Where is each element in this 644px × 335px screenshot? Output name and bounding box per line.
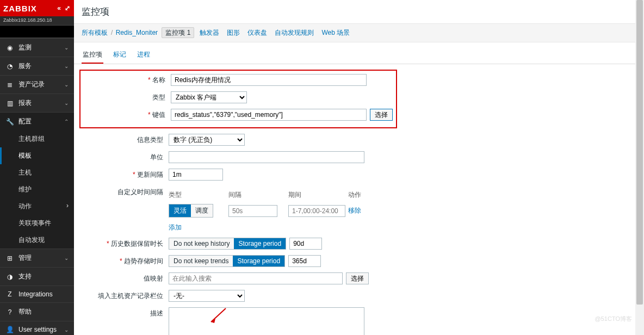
menu-support[interactable]: ◑支持 xyxy=(0,268,74,286)
menu-services[interactable]: ◔服务⌄ xyxy=(0,57,74,75)
trends-value-input[interactable] xyxy=(288,255,321,267)
interval-delay-input[interactable] xyxy=(228,205,277,217)
label-unit: 单位 xyxy=(82,151,169,162)
headset-icon: ◑ xyxy=(5,273,14,281)
tab-process[interactable]: 进程 xyxy=(136,46,151,64)
chevron-up-icon: ⌃ xyxy=(64,119,69,125)
menu-integrations[interactable]: ZIntegrations xyxy=(0,286,74,302)
interval-input[interactable] xyxy=(169,169,223,181)
sub-maintenance[interactable]: 维护 xyxy=(0,181,74,198)
bc-discovery[interactable]: 自动发现规则 xyxy=(275,29,314,36)
history-toggle[interactable]: Do not keep historyStorage period xyxy=(169,238,286,250)
interval-row: 灵活调度 移除 xyxy=(169,202,408,220)
interval-header: 类型间隔期间动作 xyxy=(169,188,408,202)
user-icon: 👤 xyxy=(5,326,14,333)
bc-dashboards[interactable]: 仪表盘 xyxy=(247,29,267,36)
label-custom-interval: 自定义时间间隔 xyxy=(82,186,169,197)
highlight-box: 名称 类型 Zabbix 客户端 键值 选择 xyxy=(79,70,397,128)
trends-toggle[interactable]: Do not keep trendsStorage period xyxy=(169,255,285,267)
chart-icon: ▥ xyxy=(5,100,14,107)
chevron-down-icon: ⌄ xyxy=(64,45,69,51)
history-value-input[interactable] xyxy=(289,238,322,250)
bc-triggers[interactable]: 触发器 xyxy=(200,29,219,36)
list-icon: ≣ xyxy=(5,81,14,89)
sub-discovery[interactable]: 自动发现 xyxy=(0,232,74,249)
wrench-icon: 🔧 xyxy=(5,118,14,126)
name-input[interactable] xyxy=(171,74,367,86)
server-address: Zabbix192.168.250.18 xyxy=(0,16,74,25)
interval-remove-link[interactable]: 移除 xyxy=(348,207,361,214)
logo-bar: ZABBIX « ⤢ xyxy=(0,0,74,16)
bc-template[interactable]: Redis_Moniter xyxy=(116,29,158,36)
inner-tabs: 监控项 标记 进程 xyxy=(74,46,635,64)
sidebar: ZABBIX « ⤢ Zabbix192.168.250.18 🔍 ◉监测⌄ ◔… xyxy=(0,0,74,335)
clock-icon: ◔ xyxy=(5,63,14,70)
sub-hosts[interactable]: 主机 xyxy=(0,164,74,181)
menu-help[interactable]: ?帮助 xyxy=(0,303,74,321)
bc-all-templates[interactable]: 所有模板 xyxy=(82,29,108,36)
interval-add-link[interactable]: 添加 xyxy=(169,224,182,231)
menu-admin[interactable]: ⊞管理⌄ xyxy=(0,249,74,267)
sub-actions[interactable]: 动作› xyxy=(0,198,74,215)
sub-hostgroups[interactable]: 主机群组 xyxy=(0,131,74,147)
sub-correlation[interactable]: 关联项事件 xyxy=(0,215,74,232)
menu-monitor[interactable]: ◉监测⌄ xyxy=(0,39,74,57)
help-icon: ? xyxy=(5,308,14,316)
z-icon: Z xyxy=(5,290,14,298)
tab-item[interactable]: 监控项 xyxy=(82,46,103,64)
main-content: 监控项 所有模板/ Redis_Moniter 监控项 1 触发器 图形 仪表盘… xyxy=(74,0,635,335)
breadcrumb: 所有模板/ Redis_Moniter 监控项 1 触发器 图形 仪表盘 自动发… xyxy=(74,24,635,42)
unit-input[interactable] xyxy=(169,151,364,163)
bc-graphs[interactable]: 图形 xyxy=(227,29,240,36)
logo-text: ZABBIX xyxy=(3,4,37,13)
main-menu: ◉监测⌄ ◔服务⌄ ≣资产记录⌄ ▥报表⌄ 🔧配置⌃ 主机群组 模板 主机 维护… xyxy=(0,38,74,335)
search-input[interactable] xyxy=(3,28,78,35)
collapse-icon[interactable]: « xyxy=(57,4,61,12)
watermark: @51CTO博客 xyxy=(595,315,632,323)
eye-icon: ◉ xyxy=(5,44,14,52)
label-description: 描述 xyxy=(82,307,169,318)
info-select[interactable]: 数字 (无正负) xyxy=(169,134,245,146)
description-textarea[interactable] xyxy=(169,307,364,335)
bc-web[interactable]: Web 场景 xyxy=(322,29,350,36)
fullscreen-icon[interactable]: ⤢ xyxy=(65,4,71,12)
menu-user[interactable]: 👤User settings⌄ xyxy=(0,321,74,335)
search-box[interactable]: 🔍 xyxy=(0,25,74,38)
label-history: 历史数据保留时长 xyxy=(82,238,169,249)
page-title: 监控项 xyxy=(74,0,635,24)
label-key: 键值 xyxy=(84,109,171,120)
bc-current: 监控项 1 xyxy=(162,27,194,38)
key-select-button[interactable]: 选择 xyxy=(370,109,393,121)
scrollbar[interactable] xyxy=(635,0,644,335)
valuemap-select-button[interactable]: 选择 xyxy=(346,272,369,284)
scrollthumb[interactable] xyxy=(636,0,643,305)
inventory-select[interactable]: -无- xyxy=(169,290,245,302)
tab-tags[interactable]: 标记 xyxy=(112,46,127,64)
type-select[interactable]: Zabbix 客户端 xyxy=(171,91,247,103)
valuemap-input[interactable] xyxy=(169,272,343,284)
menu-reports[interactable]: ▥报表⌄ xyxy=(0,94,74,112)
menu-inventory[interactable]: ≣资产记录⌄ xyxy=(0,76,74,94)
interval-period-input[interactable] xyxy=(288,205,345,217)
label-name: 名称 xyxy=(84,74,171,85)
sub-templates[interactable]: 模板 xyxy=(0,147,74,164)
item-form: 名称 类型 Zabbix 客户端 键值 选择 信息类型 数字 (无正负) 单位 xyxy=(74,64,635,335)
interval-type-toggle[interactable]: 灵活调度 xyxy=(169,204,213,218)
menu-config[interactable]: 🔧配置⌃ xyxy=(0,113,74,131)
label-interval: 更新间隔 xyxy=(82,169,169,179)
gear-icon: ⊞ xyxy=(5,255,14,262)
label-trends: 趋势存储时间 xyxy=(82,255,169,266)
key-input[interactable] xyxy=(171,109,367,121)
label-type: 类型 xyxy=(84,91,171,102)
label-valuemap: 值映射 xyxy=(82,272,169,283)
chevron-right-icon: › xyxy=(66,202,69,211)
label-info: 信息类型 xyxy=(82,134,169,145)
label-inventory: 填入主机资产记录栏位 xyxy=(82,290,169,301)
config-submenu: 主机群组 模板 主机 维护 动作› 关联项事件 自动发现 xyxy=(0,131,74,249)
